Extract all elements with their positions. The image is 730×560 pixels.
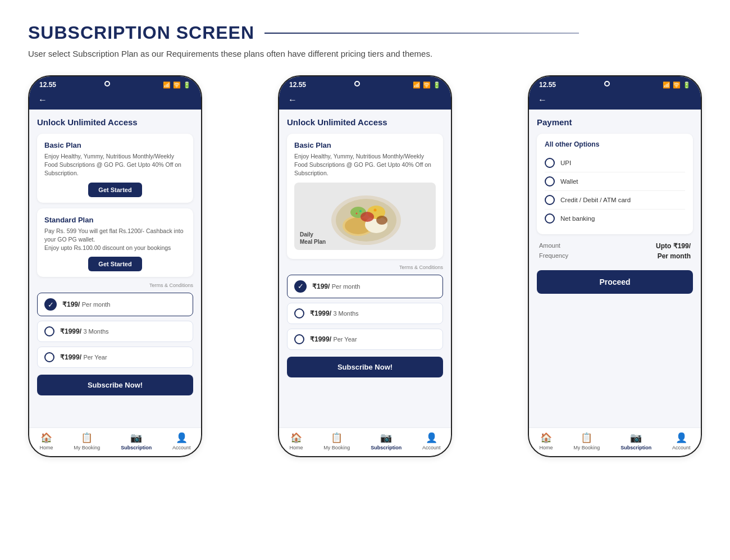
amount-label: Amount <box>539 242 560 250</box>
status-bar-2: 12.55 📶 🛜 🔋 <box>279 76 451 92</box>
price-option-2-1[interactable]: ₹1999/ 3 Months <box>287 303 443 324</box>
back-arrow-2[interactable]: ← <box>288 95 297 105</box>
nav-subscription-3[interactable]: 📷 Subscription <box>620 432 651 450</box>
status-time-3: 12.55 <box>539 81 556 89</box>
nav-account-1[interactable]: 👤 Account <box>172 432 191 450</box>
home-icon-2: 🏠 <box>290 432 302 444</box>
subscribe-btn-1[interactable]: Subscribe Now! <box>37 375 193 395</box>
wifi-icon-3: 🛜 <box>673 81 681 89</box>
nav-account-3[interactable]: 👤 Account <box>672 432 691 450</box>
radio-1-2 <box>44 352 54 362</box>
status-icons-2: 📶 🛜 🔋 <box>413 81 441 89</box>
frequency-label: Frequency <box>539 252 568 260</box>
back-arrow-1[interactable]: ← <box>38 95 47 105</box>
terms-text-1: Terms & Conditions <box>37 283 193 288</box>
phone-2: 12.55 📶 🛜 🔋 ← Unlock Unlimited Access Ba… <box>278 75 452 457</box>
phones-row: 12.55 📶 🛜 🔋 ← Unlock Unlimited Access Ba… <box>28 75 702 457</box>
bottom-nav-3: 🏠 Home 📋 My Booking 📷 Subscription 👤 Acc… <box>529 427 701 456</box>
bottom-nav-1: 🏠 Home 📋 My Booking 📷 Subscription 👤 Acc… <box>29 427 201 456</box>
price-option-2-0[interactable]: ✓ ₹199/ Per month <box>287 275 443 298</box>
payment-upi[interactable]: UPI <box>545 154 685 172</box>
meal-plate-svg <box>320 185 410 247</box>
proceed-btn[interactable]: Proceed <box>537 270 693 294</box>
nav-booking-3[interactable]: 📋 My Booking <box>573 432 600 450</box>
price-option-1-0[interactable]: ✓ ₹199/ Per month <box>37 293 193 316</box>
battery-icon-2: 🔋 <box>433 81 441 89</box>
phone-content-1: Unlock Unlimited Access Basic Plan Enjoy… <box>29 110 201 427</box>
nav-bar-1: ← <box>29 92 201 110</box>
payment-wallet[interactable]: Wallet <box>545 172 685 191</box>
home-icon-1: 🏠 <box>40 432 52 444</box>
phone-content-3: Payment All other Options UPI Wallet Cre… <box>529 110 701 427</box>
payment-card[interactable]: Credit / Debit / ATM card <box>545 191 685 210</box>
account-icon-2: 👤 <box>426 432 437 444</box>
phone-content-2: Unlock Unlimited Access Basic Plan Enjoy… <box>279 110 451 427</box>
svg-point-10 <box>374 208 377 211</box>
standard-get-started-btn-1[interactable]: Get Started <box>88 257 142 271</box>
price-label-1-0: ₹199/ Per month <box>62 301 110 308</box>
radio-netbanking <box>545 213 555 224</box>
price-option-1-2[interactable]: ₹1999/ Per Year <box>37 347 193 368</box>
basic-plan-title-2: Basic Plan <box>294 141 436 149</box>
nav-subscription-2[interactable]: 📷 Subscription <box>371 432 402 450</box>
svg-point-9 <box>359 210 362 212</box>
radio-upi <box>545 158 555 168</box>
svg-point-8 <box>376 216 387 225</box>
nav-bar-3: ← <box>529 92 701 110</box>
home-icon-3: 🏠 <box>540 432 552 444</box>
screen-title-3: Payment <box>537 117 693 127</box>
price-option-2-2[interactable]: ₹1999/ Per Year <box>287 329 443 350</box>
price-label-1-1: ₹1999/ 3 Months <box>60 327 109 335</box>
bottom-nav-2: 🏠 Home 📋 My Booking 📷 Subscription 👤 Acc… <box>279 427 451 456</box>
subscription-icon-2: 📷 <box>380 432 392 444</box>
booking-icon-2: 📋 <box>331 432 343 444</box>
wifi-icon-2: 🛜 <box>423 81 431 89</box>
battery-icon-3: 🔋 <box>683 81 691 89</box>
account-icon-1: 👤 <box>176 432 188 444</box>
radio-2-1 <box>294 308 304 318</box>
svg-point-7 <box>361 212 374 222</box>
status-icons-1: 📶 🛜 🔋 <box>163 81 191 89</box>
frequency-row: Frequency Per month <box>539 252 691 260</box>
payment-options-title: All other Options <box>545 140 685 148</box>
title-divider <box>264 33 579 34</box>
nav-booking-2[interactable]: 📋 My Booking <box>323 432 350 450</box>
svg-point-11 <box>356 212 358 214</box>
title-text: SUBSCRIPTION SCREEN <box>28 22 254 43</box>
back-arrow-3[interactable]: ← <box>538 95 547 105</box>
nav-booking-1[interactable]: 📋 My Booking <box>74 432 100 450</box>
page-header: SUBSCRIPTION SCREEN User select Subscrip… <box>28 22 702 58</box>
nav-home-1[interactable]: 🏠 Home <box>39 432 53 450</box>
nav-account-2[interactable]: 👤 Account <box>422 432 441 450</box>
nav-subscription-1[interactable]: 📷 Subscription <box>121 432 152 450</box>
booking-icon-3: 📋 <box>581 432 592 444</box>
amount-row: Amount Upto ₹199/ <box>539 242 691 250</box>
screen-title-2: Unlock Unlimited Access <box>287 117 443 127</box>
basic-get-started-btn-1[interactable]: Get Started <box>88 183 142 197</box>
standard-plan-title-1: Standard Plan <box>44 216 186 224</box>
meal-image-2: DailyMeal Plan <box>294 183 436 250</box>
phone-3: 12.55 📶 🛜 🔋 ← Payment All other Options … <box>528 75 702 457</box>
basic-plan-desc-1: Enjoy Healthy, Yummy, Nutritious Monthly… <box>44 152 186 178</box>
upi-label: UPI <box>560 160 571 166</box>
payment-netbanking[interactable]: Net banking <box>545 210 685 227</box>
price-option-1-1[interactable]: ₹1999/ 3 Months <box>37 321 193 342</box>
basic-plan-card-2: Basic Plan Enjoy Healthy, Yummy, Nutriti… <box>287 134 443 259</box>
basic-plan-desc-2: Enjoy Healthy, Yummy, Nutritious Monthly… <box>294 152 436 178</box>
amount-value: Upto ₹199/ <box>656 242 691 250</box>
booking-icon-1: 📋 <box>81 432 93 444</box>
netbanking-label: Net banking <box>560 215 595 222</box>
payment-options-card: All other Options UPI Wallet Credit / De… <box>537 134 693 234</box>
subscription-icon-3: 📷 <box>630 432 642 444</box>
status-bar-3: 12.55 📶 🛜 🔋 <box>529 76 701 92</box>
account-icon-3: 👤 <box>676 432 687 444</box>
nav-home-3[interactable]: 🏠 Home <box>539 432 553 450</box>
subscribe-btn-2[interactable]: Subscribe Now! <box>287 357 443 377</box>
frequency-value: Per month <box>658 252 691 260</box>
screen-title-1: Unlock Unlimited Access <box>37 117 193 127</box>
wallet-label: Wallet <box>560 178 578 185</box>
amount-summary: Amount Upto ₹199/ Frequency Per month <box>537 242 693 260</box>
radio-2-2 <box>294 334 304 344</box>
nav-home-2[interactable]: 🏠 Home <box>289 432 303 450</box>
page-subtitle: User select Subscription Plan as our Req… <box>28 49 702 58</box>
